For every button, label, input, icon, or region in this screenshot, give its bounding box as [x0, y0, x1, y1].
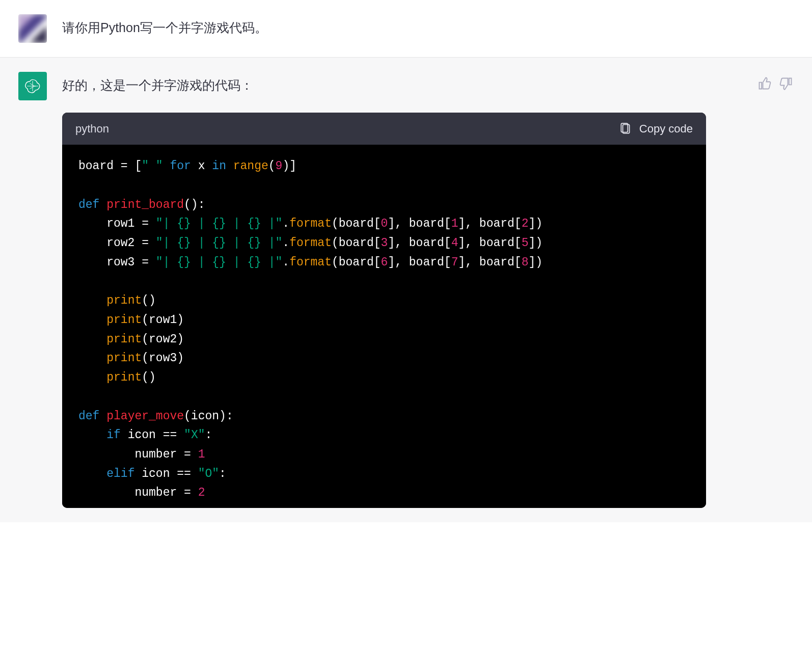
avatar-image [18, 14, 47, 43]
code-line: def print_board(): [78, 196, 690, 215]
code-line [78, 176, 690, 196]
assistant-intro-text: 好的，这是一个并字游戏的代码： [62, 75, 733, 95]
code-line: number = 2 [78, 483, 690, 503]
code-line: print(row2) [78, 330, 690, 350]
thumbs-down-icon [779, 76, 793, 91]
user-message-actions [748, 14, 794, 43]
code-line [78, 388, 690, 407]
code-line: number = 1 [78, 445, 690, 465]
user-message-text: 请你用Python写一个并字游戏代码。 [62, 14, 733, 43]
code-line: def player_move(icon): [78, 407, 690, 426]
code-line: elif icon == "O": [78, 465, 690, 484]
code-line [78, 273, 690, 292]
thumbs-up-button[interactable] [757, 76, 772, 91]
code-language-label: python [75, 120, 109, 138]
assistant-message-row: 好的，这是一个并字游戏的代码： python Copy code board =… [0, 58, 812, 522]
code-line: row2 = "| {} | {} | {} |".format(board[3… [78, 234, 690, 253]
thumbs-down-button[interactable] [778, 76, 794, 91]
code-block-header: python Copy code [62, 113, 706, 145]
assistant-avatar [18, 72, 47, 100]
user-message-row: 请你用Python写一个并字游戏代码。 [0, 0, 812, 58]
user-avatar [18, 14, 47, 43]
assistant-message-actions [748, 72, 794, 508]
assistant-message-content: 好的，这是一个并字游戏的代码： python Copy code board =… [62, 72, 733, 508]
openai-logo-icon [23, 77, 42, 95]
code-line: row3 = "| {} | {} | {} |".format(board[6… [78, 253, 690, 273]
code-line: row1 = "| {} | {} | {} |".format(board[0… [78, 214, 690, 234]
code-line: print() [78, 291, 690, 311]
thumbs-up-icon [757, 76, 772, 91]
code-line: board = [" " for x in range(9)] [78, 157, 690, 176]
code-body[interactable]: board = [" " for x in range(9)] def prin… [62, 145, 706, 508]
copy-code-button[interactable]: Copy code [619, 120, 693, 138]
clipboard-icon [619, 122, 632, 136]
code-line: if icon == "X": [78, 426, 690, 445]
code-block: python Copy code board = [" " for x in r… [62, 113, 706, 508]
code-line: print() [78, 368, 690, 388]
code-line: print(row1) [78, 311, 690, 330]
copy-code-label: Copy code [639, 120, 693, 138]
code-line: print(row3) [78, 349, 690, 368]
